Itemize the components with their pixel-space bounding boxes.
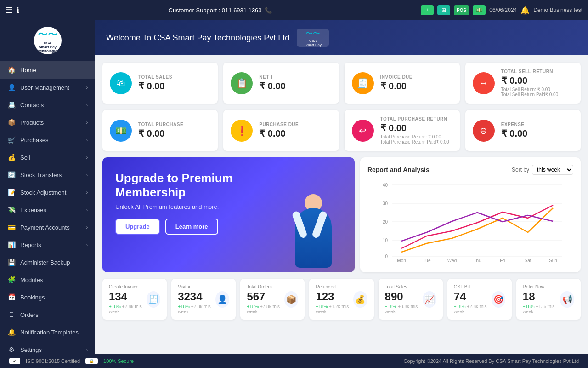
svg-text:40: 40	[383, 183, 388, 188]
sidebar-item-label: Expenses	[20, 207, 46, 213]
nav-arrow-icon: ›	[86, 103, 88, 108]
stats-row-1: 🛍 TOTAL SALES ₹ 0.00 📋 NET ℹ ₹ 0.00 🧾 IN…	[102, 63, 581, 104]
promo-title: Upgrade to Premium Membership	[115, 171, 235, 200]
stock-adjustment-icon: 📝	[7, 189, 16, 196]
bottom-stats: Create Invoice 134 +18% +2.8k this week …	[102, 279, 581, 320]
bottom-card-total-orders: Total Orders 567 +18% +7.8k this week 📦	[240, 279, 305, 320]
user-management-icon: 👤	[7, 84, 16, 91]
stat-value-total-sell-return: ₹ 0.00	[501, 75, 558, 86]
learn-more-button[interactable]: Learn more	[165, 218, 218, 235]
sidebar-item-contacts[interactable]: 📇 Contacts ›	[0, 96, 95, 114]
promo-chart-row: Upgrade to Premium Membership Unlock All…	[102, 157, 581, 272]
svg-text:Wed: Wed	[447, 258, 457, 263]
bc-value-visitor: 3234	[178, 290, 215, 303]
welcome-text: Welcome To CSA Smart Pay Technologies Pv…	[106, 33, 289, 43]
main-content: Welcome To CSA Smart Pay Technologies Pv…	[95, 20, 588, 354]
iso-badge: ✓	[9, 358, 20, 364]
topbar-add-button[interactable]: +	[421, 5, 434, 15]
sidebar-item-label: Home	[20, 67, 36, 74]
sidebar-item-bookings[interactable]: 📅 Bookings	[0, 288, 95, 306]
chart-box: Report and Analysis Sort by this week th…	[360, 157, 581, 272]
bc-change-refer-now: +18% +136 this week	[523, 304, 560, 314]
sidebar-item-home[interactable]: 🏠 Home	[0, 61, 95, 79]
stat-card-total-sell-return: ↔ TOTAL SELL RETURN ₹ 0.00 Total Sell Re…	[465, 63, 581, 104]
stat-label-total-purchase: TOTAL PURCHASE	[138, 122, 183, 127]
stat-label-total-sell-return: TOTAL SELL RETURN	[501, 69, 558, 74]
stat-sub: Total Purchase Return: ₹ 0.00Total Purch…	[380, 134, 449, 144]
nav-arrow-icon: ›	[86, 225, 88, 230]
chart-sort-select[interactable]: this week this month this year	[532, 165, 573, 175]
svg-text:10: 10	[383, 238, 388, 243]
sidebar-item-label: Reports	[20, 242, 41, 248]
stat-value-expense: ₹ 0.00	[501, 128, 527, 139]
bottom-card-refunded: Refunded 123 +18% +1.2k this week 💰	[309, 279, 373, 320]
chart-sort-label: Sort by	[512, 167, 529, 173]
bc-change-visitor: +18% +2.8k this week	[178, 304, 215, 314]
topbar-grid-button[interactable]: ⊞	[437, 5, 450, 15]
stat-card-total-purchase: 💵 TOTAL PURCHASE ₹ 0.00	[102, 110, 218, 151]
topbar: ☰ ℹ Customer Support : 011 6931 1363 📞 +…	[0, 0, 588, 20]
topbar-cash-button[interactable]: 💵	[473, 5, 486, 15]
topbar-username: Demo Business test	[533, 7, 582, 13]
sidebar-item-notification-templates[interactable]: 🔔 Notification Templates	[0, 323, 95, 341]
bottom-card-create-invoice: Create Invoice 134 +18% +2.8k this week …	[102, 279, 167, 320]
bc-change-create-invoice: +18% +2.8k this week	[109, 304, 147, 314]
bc-label-total-orders: Total Orders	[247, 284, 284, 289]
stat-value-total-sales: ₹ 0.00	[138, 80, 172, 92]
stat-label-purchase-due: PURCHASE DUE	[259, 122, 299, 127]
header-logo: 〜〜 CSASmart Pay	[297, 29, 329, 47]
sidebar-item-purchases[interactable]: 🛒 Purchases ›	[0, 131, 95, 149]
sidebar-item-user-management[interactable]: 👤 User Management ›	[0, 79, 95, 96]
nav-arrow-icon: ›	[86, 155, 88, 160]
upgrade-button[interactable]: Upgrade	[115, 218, 160, 235]
sidebar-item-payment-accounts[interactable]: 💳 Payment Accounts ›	[0, 218, 95, 236]
sidebar-item-expenses[interactable]: 💸 Expenses ›	[0, 201, 95, 218]
stat-icon-total-purchase: 💵	[110, 120, 132, 142]
stat-icon-total-sales: 🛍	[110, 72, 132, 94]
stat-icon-total-sell-return: ↔	[473, 72, 495, 94]
stat-card-purchase-due: ❗ PURCHASE DUE ₹ 0.00	[223, 110, 339, 151]
topbar-bell-icon[interactable]: 🔔	[520, 6, 530, 15]
sidebar-item-label: Payment Accounts	[20, 224, 70, 231]
sidebar-item-sell[interactable]: 💰 Sell ›	[0, 149, 95, 166]
stat-label-total-purchase-return: TOTAL PURCHASE RETURN	[380, 116, 449, 121]
sidebar-item-orders[interactable]: 🗒 Orders	[0, 306, 95, 323]
bc-change-refunded: +18% +1.2k this week	[316, 304, 353, 314]
bc-label-refunded: Refunded	[316, 284, 353, 289]
sidebar-item-label: Stock Transfers	[20, 172, 62, 178]
sidebar-item-modules[interactable]: 🧩 Modules	[0, 271, 95, 288]
nav-arrow-icon: ›	[86, 242, 88, 247]
nav-arrow-icon: ›	[86, 347, 88, 352]
expenses-icon: 💸	[7, 206, 16, 213]
bc-change-total-orders: +18% +7.8k this week	[247, 304, 284, 314]
info-icon[interactable]: ℹ	[17, 6, 19, 15]
secure-text: 100% Secure	[103, 358, 134, 364]
stat-icon-net: 📋	[231, 72, 253, 94]
sidebar-item-label: Products	[20, 119, 44, 126]
bc-icon-create-invoice: 🧾	[147, 291, 160, 308]
sidebar-item-products[interactable]: 📦 Products ›	[0, 114, 95, 131]
sidebar-item-stock-adjustment[interactable]: 📝 Stock Adjustment ›	[0, 184, 95, 201]
nav-arrow-icon: ›	[86, 138, 88, 143]
bottom-card-total-sales-b: Total Sales 890 +18% +3.8k this week 📈	[379, 279, 443, 320]
sidebar-item-settings[interactable]: ⚙ Settings ›	[0, 341, 95, 354]
nav-arrow-icon: ›	[86, 172, 88, 178]
svg-text:0: 0	[385, 254, 388, 259]
topbar-pos-button[interactable]: POS	[454, 5, 469, 15]
nav-arrow-icon: ›	[86, 207, 88, 213]
bc-label-create-invoice: Create Invoice	[109, 284, 147, 289]
sidebar-item-administer-backup[interactable]: 💾 Administer Backup	[0, 253, 95, 271]
stat-label-total-sales: TOTAL SALES	[138, 75, 172, 80]
sidebar-item-stock-transfers[interactable]: 🔄 Stock Transfers ›	[0, 166, 95, 184]
stat-sub: Total Sell Return: ₹ 0.00Total Sell Retu…	[501, 87, 558, 97]
bc-icon-total-orders: 📦	[284, 291, 298, 308]
menu-icon[interactable]: ☰	[6, 5, 13, 15]
sidebar-item-reports[interactable]: 📊 Reports ›	[0, 236, 95, 253]
home-icon: 🏠	[7, 66, 16, 74]
purchases-icon: 🛒	[7, 136, 16, 144]
sidebar-item-label: Modules	[20, 276, 43, 283]
stat-value-total-purchase: ₹ 0.00	[138, 128, 183, 139]
header-banner: Welcome To CSA Smart Pay Technologies Pv…	[95, 20, 588, 55]
stat-card-total-purchase-return: ↩ TOTAL PURCHASE RETURN ₹ 0.00 Total Pur…	[345, 110, 460, 151]
sidebar-logo: 〜〜 CSASmart PayTechnologies	[0, 20, 95, 61]
